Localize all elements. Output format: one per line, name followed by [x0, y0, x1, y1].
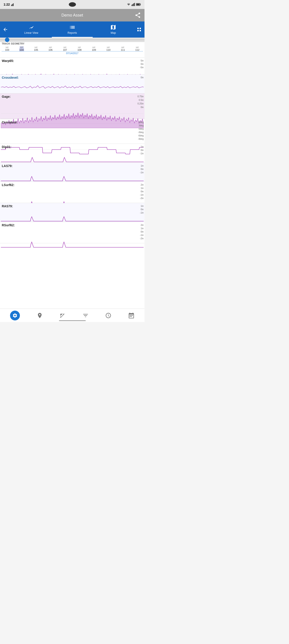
svg-rect-29	[131, 316, 132, 317]
bottom-nav-filter[interactable]	[81, 312, 90, 320]
svg-rect-5	[133, 3, 134, 6]
tab-linear-view-label: Linear View	[24, 31, 38, 34]
status-bar: 1:22	[0, 0, 144, 9]
svg-rect-0	[11, 5, 12, 6]
wifi-icon	[127, 3, 131, 6]
charts-section[interactable]: Warp65: 5in 0in -5in Crosslevel: 0in	[0, 58, 144, 308]
bottom-nav-calendar[interactable]	[126, 312, 136, 320]
chart-crosslevel-title: Crosslevel:	[2, 76, 18, 80]
chart-warp65-title: Warp65:	[2, 59, 14, 62]
chart-ras79: RAS79: 1in 0in -1in	[0, 203, 144, 222]
chart-rsurf62: RSurf62: 2in 1in 0in -1in -2in	[0, 222, 144, 243]
tab-reports-label: Reports	[67, 31, 77, 34]
mp-111: MP 111	[117, 46, 128, 51]
camera-notch	[69, 2, 76, 7]
chart-curvature: Curvature: 6deg 3deg 0deg -3deg -6deg -9…	[0, 119, 144, 144]
home-indicator	[59, 320, 86, 321]
mp-105: MP 105	[31, 46, 41, 51]
chart-warp65: Warp65: 5in 0in -5in	[0, 58, 144, 74]
mp-104: MP 104	[16, 46, 27, 51]
chart-curvature-title: Curvature:	[2, 120, 18, 124]
mp-103: MP 103	[2, 46, 12, 51]
tab-linear-view[interactable]: Linear View	[11, 22, 52, 38]
svg-rect-25	[130, 315, 131, 316]
mp-106: MP 106	[45, 46, 56, 51]
filter-icon	[82, 312, 89, 319]
nav-tabs: Linear View Reports Map	[0, 22, 144, 38]
timeline-ruler: MP 103 MP 104 MP 105 MP 106 MP 107 MP 10…	[0, 46, 144, 51]
svg-rect-26	[131, 315, 132, 316]
chart-las79-title: LAS79:	[2, 164, 12, 168]
header-title: Demo Asset	[10, 13, 135, 18]
ruler-icon	[59, 312, 66, 319]
date-marker: 07/14/2017	[2, 51, 143, 55]
app-header: Demo Asset	[0, 9, 144, 22]
svg-rect-27	[132, 315, 133, 316]
status-time: 1:22	[3, 3, 10, 6]
chart-las79: LAS79: 1in 0in -1in	[0, 163, 144, 182]
svg-rect-1	[12, 4, 13, 6]
share-icon[interactable]	[135, 12, 141, 18]
mp-112: MP 112	[132, 46, 143, 51]
svg-rect-13	[140, 30, 141, 31]
svg-rect-4	[132, 4, 133, 6]
chart-lsurf62: LSurf62: 2in 1in 0in -1in -2in	[0, 182, 144, 203]
timeline-slider[interactable]	[0, 38, 144, 42]
chart-dip31-title: Dip31:	[2, 145, 11, 149]
pin-icon	[37, 312, 43, 319]
gear-icon	[12, 313, 18, 318]
add-button[interactable]	[134, 22, 144, 38]
back-button[interactable]	[0, 22, 11, 38]
chart-crosslevel: Crosslevel: 0in	[0, 74, 144, 94]
chart-gage: Gage: 0.75in 0.5in 0.25in 0in	[0, 94, 144, 119]
bottom-nav-settings[interactable]	[8, 310, 22, 321]
svg-rect-10	[137, 28, 139, 29]
timeline-thumb[interactable]	[5, 38, 9, 42]
tab-map[interactable]: Map	[93, 22, 134, 38]
battery-icon	[136, 3, 141, 6]
tab-reports[interactable]: Reports	[52, 22, 93, 38]
svg-rect-11	[140, 28, 141, 29]
chart-ras79-title: RAS79:	[2, 204, 13, 208]
svg-rect-9	[136, 4, 140, 5]
calendar-icon	[128, 312, 134, 319]
svg-rect-2	[13, 3, 14, 6]
bottom-nav-measure[interactable]	[58, 312, 67, 320]
signal-icon	[11, 3, 15, 6]
chart-rsurf62-title: RSurf62:	[2, 224, 15, 227]
chart-gage-title: Gage:	[2, 95, 11, 98]
mp-110: MP 110	[103, 46, 114, 51]
clock-icon	[105, 312, 111, 319]
svg-rect-8	[140, 4, 141, 5]
chart-lsurf62-title: LSurf62:	[2, 183, 14, 187]
bottom-nav-history[interactable]	[103, 312, 113, 320]
svg-rect-3	[132, 5, 132, 6]
chart-dip31: Dip31: 1in 0in -1in	[0, 144, 144, 163]
tab-map-label: Map	[111, 31, 116, 34]
track-geometry-label: TRACK GEOMETRY	[0, 42, 144, 46]
mp-107: MP 107	[60, 46, 70, 51]
bottom-nav	[0, 308, 144, 322]
svg-rect-28	[130, 316, 131, 317]
timeline-container[interactable]: TRACK GEOMETRY MP 103 MP 104 MP 105 MP 1…	[0, 38, 144, 58]
svg-rect-12	[137, 30, 139, 31]
signal-bars-icon	[132, 3, 135, 6]
bottom-nav-location[interactable]	[35, 312, 45, 320]
mp-108: MP 108	[74, 46, 85, 51]
mp-109: MP 109	[89, 46, 99, 51]
svg-rect-6	[134, 3, 135, 6]
